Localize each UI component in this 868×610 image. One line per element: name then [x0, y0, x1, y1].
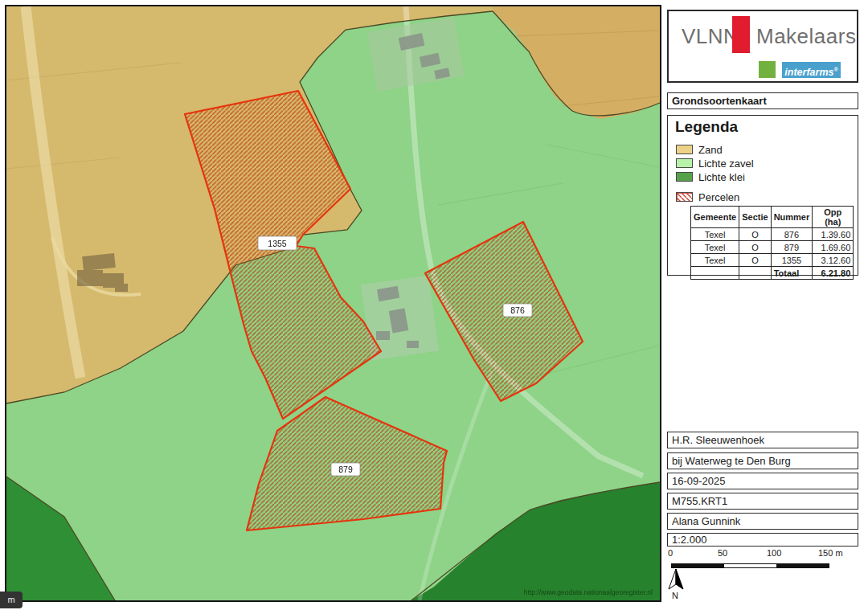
table-cell: 1.39.60 — [813, 228, 854, 241]
page: 1355 876 879 http://www.geodata.nationaa… — [0, 0, 868, 610]
reference: M755.KRT1 — [672, 495, 727, 507]
table-header: Gemeente — [691, 207, 739, 228]
parcel-label-876: 876 — [510, 305, 525, 315]
map-attribution: http://www.geodata.nationaalgeoregister.… — [524, 588, 653, 596]
scalebar-segment — [672, 564, 724, 567]
interfarms-label: interfarms — [784, 67, 833, 78]
table-cell: O — [739, 228, 771, 241]
table-total-label: Totaal — [771, 267, 813, 280]
scalebar-segment — [724, 564, 776, 567]
percelen-hatch-swatch-icon — [676, 192, 693, 202]
scalebar-tick: 100 — [767, 548, 781, 558]
table-row: Texel O 1355 3.12.60 — [691, 254, 854, 267]
date: 16-09-2025 — [672, 475, 726, 487]
location: bij Waterweg te Den Burg — [672, 455, 791, 467]
table-header: Nummer — [771, 207, 813, 228]
lichte-klei-swatch-icon — [676, 172, 693, 182]
table-cell: O — [739, 254, 771, 267]
table-cell: 1355 — [771, 254, 813, 267]
parcel-label-879: 879 — [338, 465, 353, 474]
legend-label: Zand — [698, 144, 723, 156]
table-cell: 876 — [771, 228, 813, 241]
table-row: Texel O 876 1.39.60 — [691, 228, 854, 241]
north-label: N — [672, 591, 678, 600]
table-cell — [739, 267, 771, 280]
scalebar-tick: 50 — [718, 548, 727, 558]
legend-label: Percelen — [698, 191, 739, 203]
table-cell: 879 — [771, 241, 813, 254]
scalebar-tick: 150 m — [818, 548, 843, 558]
table-total-row: Totaal 6.21.80 — [691, 267, 854, 280]
author: Alana Gunnink — [672, 515, 740, 527]
north-arrow-icon — [665, 568, 686, 591]
logo-box: VLNN Makelaars interfarms® — [667, 10, 858, 83]
map-frame: 1355 876 879 http://www.geodata.nationaa… — [5, 5, 661, 602]
client-name: H.R. Sleeuwenhoek — [672, 434, 764, 446]
table-header: Sectie — [739, 207, 771, 228]
info-box-reference: M755.KRT1 — [667, 493, 858, 510]
table-cell: Texel — [691, 228, 739, 241]
map-title-box: Grondsoortenkaart — [667, 92, 858, 109]
parcel-table: Gemeente Sectie Nummer Opp (ha) Texel O … — [690, 206, 854, 280]
info-box-scale: 1:2.000 — [667, 533, 858, 547]
scalebar — [671, 563, 829, 568]
scalebar-tick: 0 — [668, 548, 673, 558]
lichte-zavel-swatch-icon — [676, 158, 693, 168]
info-box-date: 16-09-2025 — [667, 473, 858, 489]
logo-red-mark-icon — [732, 16, 750, 53]
map-scale: 1:2.000 — [672, 534, 706, 546]
map-title: Grondsoortenkaart — [672, 95, 767, 107]
logo-suffix-text: Makelaars — [756, 24, 856, 49]
info-box-location: bij Waterweg te Den Burg — [667, 452, 858, 469]
table-cell: 1.69.60 — [813, 241, 854, 254]
table-cell: Texel — [691, 254, 739, 267]
table-cell: 3.12.60 — [813, 254, 854, 267]
info-box-name: H.R. Sleeuwenhoek — [667, 432, 858, 448]
interfarms-logo: interfarms® — [782, 62, 841, 78]
table-cell — [691, 267, 739, 280]
info-box-author: Alana Gunnink — [667, 513, 858, 530]
table-header-row: Gemeente Sectie Nummer Opp (ha) — [691, 207, 854, 228]
legend-label: Lichte klei — [698, 171, 745, 183]
legend-heading: Legenda — [675, 118, 738, 136]
scalebar-segment — [776, 564, 829, 567]
interfarms-green-square-icon — [759, 61, 776, 78]
legend-box: Legenda Zand Lichte zavel Lichte klei Pe… — [667, 115, 858, 276]
interfarms-mark: ® — [833, 67, 837, 72]
table-total-value: 6.21.80 — [813, 267, 854, 280]
parcel-label-1355: 1355 — [268, 239, 287, 248]
table-header: Opp (ha) — [813, 207, 854, 228]
table-cell: O — [739, 241, 771, 254]
table-cell: Texel — [691, 241, 739, 254]
logo-company-text: VLNN — [682, 24, 739, 49]
table-row: Texel O 879 1.69.60 — [691, 241, 854, 254]
legend-label: Lichte zavel — [698, 158, 754, 170]
zand-swatch-icon — [676, 145, 693, 154]
status-tooltip: m — [0, 592, 23, 608]
map-canvas[interactable]: 1355 876 879 http://www.geodata.nationaa… — [6, 6, 660, 600]
